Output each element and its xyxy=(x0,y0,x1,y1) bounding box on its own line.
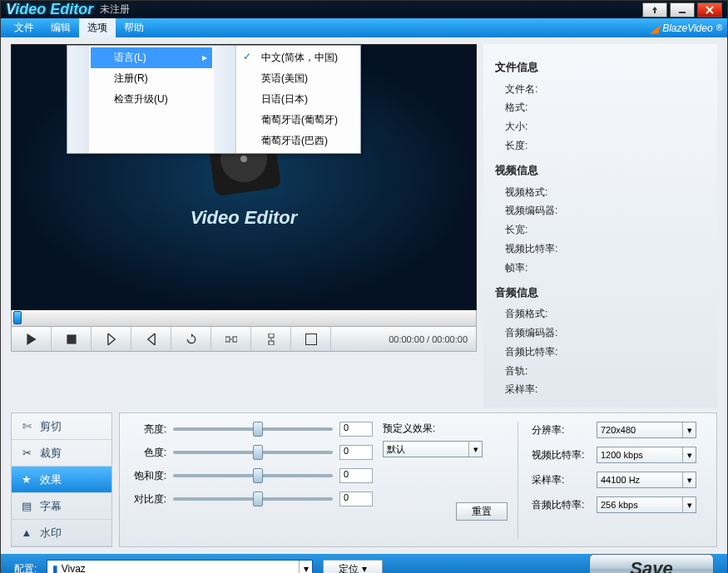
tab-subtitle[interactable]: ▤字幕 xyxy=(12,493,111,520)
menu-file[interactable]: 文件 xyxy=(6,18,42,37)
menu-edit[interactable]: 编辑 xyxy=(42,18,79,37)
info-panel: 文件信息 文件名: 格式: 大小: 长度: 视频信息 视频格式: 视频编码器: … xyxy=(483,44,717,408)
resolution-combo[interactable]: 720x480▾ xyxy=(597,422,696,438)
svg-rect-5 xyxy=(269,341,274,345)
effect-tabs: ✄剪切 ✂裁剪 ★效果 ▤字幕 ▲水印 xyxy=(11,412,112,547)
subtitle-icon: ▤ xyxy=(20,500,33,512)
tab-effect[interactable]: ★效果 xyxy=(12,467,111,493)
vbitrate-label: 视频比特率: xyxy=(532,448,592,462)
app-window: Video Editor 未注册 文件 编辑 选项 帮助 ◢BlazeVideo… xyxy=(0,0,728,573)
lang-pt-br[interactable]: 葡萄牙语(巴西) xyxy=(238,131,359,151)
profile-combo[interactable]: ▮ Vivaz▾ xyxy=(47,560,313,573)
abitrate-label: 音频比特率: xyxy=(532,498,592,512)
menu-language[interactable]: 语言(L)▸ xyxy=(91,47,212,68)
lang-pt-pt[interactable]: 葡萄牙语(葡萄牙) xyxy=(238,110,359,131)
app-title: Video Editor xyxy=(6,1,93,18)
rotate-button[interactable] xyxy=(171,327,211,351)
file-size-label: 大小: xyxy=(495,117,706,136)
fullscreen-button[interactable] xyxy=(291,327,331,351)
svg-rect-1 xyxy=(67,334,76,343)
save-button[interactable]: Save xyxy=(589,554,714,573)
locate-button[interactable]: 定位 ▾ xyxy=(323,560,382,573)
lang-zh-cn[interactable]: ✓中文(简体，中国) xyxy=(238,47,359,68)
menu-check-update[interactable]: 检查升级(U) xyxy=(91,89,212,110)
abitrate-combo[interactable]: 256 kbps▾ xyxy=(597,496,696,513)
saturation-value[interactable]: 0 xyxy=(339,468,373,483)
video-encoder-label: 视频编码器: xyxy=(495,201,706,220)
footer-bar: 配置: ▮ Vivaz▾ 定位 ▾ Save xyxy=(1,554,727,573)
preset-combo[interactable]: 默认▾ xyxy=(383,441,483,457)
crop-icon: ✂ xyxy=(20,447,33,459)
registration-status: 未注册 xyxy=(100,2,130,17)
profile-label: 配置: xyxy=(14,562,37,573)
file-name-label: 文件名: xyxy=(495,80,706,99)
player-controls: 00:00:00 / 00:00:00 xyxy=(11,327,477,352)
tab-trim[interactable]: ✄剪切 xyxy=(12,413,111,440)
language-submenu: ✓中文(简体，中国) 英语(美国) 日语(日本) 葡萄牙语(葡萄牙) 葡萄牙语(… xyxy=(235,46,360,153)
svg-rect-2 xyxy=(225,337,230,342)
resolution-label: 分辨率: xyxy=(532,423,592,437)
menu-register[interactable]: 注册(R) xyxy=(91,68,212,89)
menu-help[interactable]: 帮助 xyxy=(116,18,152,37)
svg-rect-6 xyxy=(305,333,317,345)
check-icon: ✓ xyxy=(243,51,251,62)
sample-combo[interactable]: 44100 Hz▾ xyxy=(597,472,696,488)
effect-panel: 亮度:0 色度:0 饱和度:0 对比度:0 预定义效果: 默认▾ 重置 分辨率:… xyxy=(119,412,717,547)
stop-button[interactable] xyxy=(52,327,92,351)
play-button[interactable] xyxy=(12,327,52,351)
saturation-label: 饱和度: xyxy=(131,469,166,483)
mark-in-button[interactable] xyxy=(92,327,131,351)
timeline-knob[interactable] xyxy=(13,311,22,324)
menu-options[interactable]: 选项 xyxy=(79,18,116,37)
brightness-label: 亮度: xyxy=(131,422,166,437)
star-icon: ★ xyxy=(20,473,33,486)
svg-rect-0 xyxy=(679,12,686,13)
menu-bar: 文件 编辑 选项 帮助 ◢BlazeVideo® xyxy=(1,18,727,37)
flip-h-button[interactable] xyxy=(211,327,251,351)
dropdown-icon: ▾ xyxy=(468,442,482,457)
video-fps-label: 帧率: xyxy=(495,259,706,278)
brightness-slider[interactable] xyxy=(173,427,333,431)
audio-bitrate-label: 音频比特率: xyxy=(495,343,706,362)
pin-button[interactable] xyxy=(642,2,667,17)
dropdown-icon: ▾ xyxy=(299,561,312,573)
contrast-value[interactable]: 0 xyxy=(339,491,373,506)
submenu-arrow-icon: ▸ xyxy=(202,52,207,63)
hue-value[interactable]: 0 xyxy=(339,445,373,460)
saturation-slider[interactable] xyxy=(173,474,333,477)
reset-button[interactable]: 重置 xyxy=(456,502,508,521)
hue-slider[interactable] xyxy=(173,451,333,454)
video-format-label: 视频格式: xyxy=(495,183,706,202)
timeline-slider[interactable] xyxy=(11,310,477,327)
audio-track-label: 音轨: xyxy=(495,362,706,381)
file-info-header: 文件信息 xyxy=(495,57,706,78)
flip-v-button[interactable] xyxy=(251,327,291,351)
video-bitrate-label: 视频比特率: xyxy=(495,240,706,259)
file-format-label: 格式: xyxy=(495,98,706,117)
brightness-value[interactable]: 0 xyxy=(339,422,373,437)
tab-watermark[interactable]: ▲水印 xyxy=(12,520,111,546)
sample-label: 采样率: xyxy=(532,473,592,487)
close-button[interactable] xyxy=(697,2,722,17)
lang-ja-jp[interactable]: 日语(日本) xyxy=(238,89,359,110)
video-dim-label: 长宽: xyxy=(495,220,706,240)
brand-logo: ◢BlazeVideo® xyxy=(650,22,722,35)
minimize-button[interactable] xyxy=(670,2,695,17)
svg-rect-4 xyxy=(269,333,274,338)
vbitrate-combo[interactable]: 1200 kbps▾ xyxy=(597,447,696,463)
contrast-slider[interactable] xyxy=(173,497,333,501)
audio-encoder-label: 音频编码器: xyxy=(495,324,706,343)
mark-out-button[interactable] xyxy=(131,327,171,351)
title-bar[interactable]: Video Editor 未注册 xyxy=(1,1,727,18)
audio-info-header: 音频信息 xyxy=(495,283,706,304)
hue-label: 色度: xyxy=(131,446,166,460)
video-info-header: 视频信息 xyxy=(495,161,706,181)
lang-en-us[interactable]: 英语(美国) xyxy=(238,68,359,89)
flame-icon: ◢ xyxy=(650,22,659,35)
contrast-label: 对比度: xyxy=(131,492,166,506)
scissors-icon: ✄ xyxy=(20,420,33,432)
audio-sample-label: 采样率: xyxy=(495,380,706,399)
tab-crop[interactable]: ✂裁剪 xyxy=(12,440,111,467)
preset-label: 预定义效果: xyxy=(383,422,508,436)
svg-rect-3 xyxy=(233,337,237,342)
